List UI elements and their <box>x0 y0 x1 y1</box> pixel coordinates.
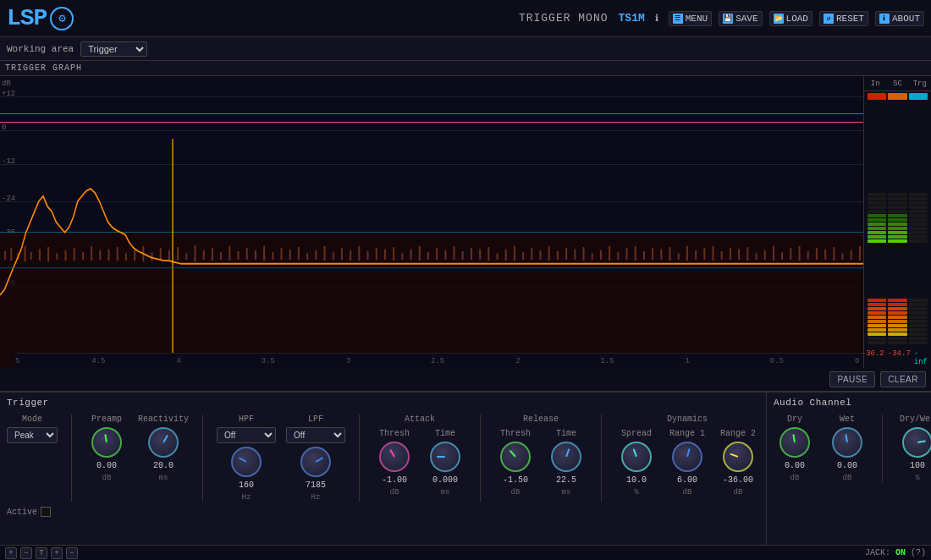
trg-led-11 <box>909 235 928 239</box>
sc-led-7 <box>888 218 906 222</box>
tall-led <box>909 303 928 306</box>
in-db-value: -36.2 <box>862 349 884 366</box>
svg-rect-53 <box>444 250 446 260</box>
waveform-svg <box>0 76 863 368</box>
hpf-group: HPF Off 12 dB/oct 24 dB/oct 160 Hz <box>217 415 276 502</box>
range2-value: -36.00 <box>723 475 753 485</box>
in-led-2 <box>868 197 886 200</box>
range2-knob[interactable] <box>723 442 753 472</box>
svg-rect-16 <box>125 253 127 261</box>
tall-led <box>888 337 906 340</box>
remove-button[interactable]: − <box>20 547 32 559</box>
in-led-8 <box>868 222 886 226</box>
graph-canvas[interactable]: dB +12 0 -12 -24 -36 -60 <box>0 76 863 368</box>
audio-panel: Audio Channel Dry 0.00 dB Wet <box>767 393 931 560</box>
hpf-knob[interactable] <box>231 447 262 477</box>
info-icon[interactable]: (?) <box>911 548 926 557</box>
reactivity-value: 20.0 <box>153 461 174 470</box>
active-checkbox[interactable] <box>41 507 51 517</box>
tall-meter-bars <box>864 246 931 348</box>
svg-rect-27 <box>220 252 222 260</box>
tall-led <box>909 299 928 302</box>
dry-indicator <box>792 434 796 442</box>
in-led-4 <box>868 206 886 209</box>
svg-rect-39 <box>324 246 326 261</box>
add-button[interactable]: + <box>5 547 17 559</box>
remove2-button[interactable]: − <box>66 547 78 559</box>
release-time-knob[interactable] <box>551 442 581 472</box>
audio-divider <box>882 415 883 482</box>
dry-knob[interactable] <box>780 427 810 458</box>
svg-rect-91 <box>773 246 774 261</box>
svg-rect-88 <box>746 247 748 261</box>
mode-select[interactable]: Peak RMS <box>7 427 58 443</box>
lpf-knob[interactable] <box>300 447 331 477</box>
tall-led <box>868 332 886 336</box>
svg-rect-63 <box>531 248 532 260</box>
status-right: JACK: ON (?) <box>865 548 926 557</box>
lpf-select[interactable]: Off 12 dB/oct 24 dB/oct <box>286 427 345 443</box>
drywet-unit: % <box>915 474 919 482</box>
working-area-select[interactable]: Trigger Sidechain Output <box>80 41 147 57</box>
svg-rect-0 <box>0 233 863 368</box>
sc-led-11 <box>888 235 906 239</box>
add2-button[interactable]: + <box>51 547 63 559</box>
wet-group: Wet 0.00 dB <box>826 415 868 482</box>
trg-led-3 <box>909 201 928 205</box>
in-led-1 <box>868 193 886 196</box>
release-group: Release Thresh -1.50 dB <box>494 415 587 497</box>
meter-in-label: In <box>864 76 886 91</box>
sc-tall-meter <box>888 246 906 344</box>
svg-rect-86 <box>730 248 731 260</box>
svg-rect-98 <box>833 247 835 261</box>
attack-time-knob[interactable] <box>430 442 460 472</box>
plugin-code: TS1M <box>619 12 645 25</box>
svg-rect-85 <box>721 251 723 260</box>
svg-rect-19 <box>151 252 153 261</box>
release-time-indicator <box>565 448 570 457</box>
jack-label: JACK: <box>865 548 890 557</box>
in-led-5 <box>868 210 886 213</box>
svg-rect-15 <box>117 247 118 261</box>
svg-rect-95 <box>807 251 809 260</box>
reactivity-knob[interactable] <box>148 427 179 458</box>
about-button[interactable]: ℹ ABOUT <box>875 11 924 26</box>
load-button[interactable]: 📂 LOAD <box>769 11 813 26</box>
range1-unit: dB <box>683 488 692 497</box>
attack-thresh-knob[interactable] <box>379 442 410 472</box>
dry-label: Dry <box>787 415 802 424</box>
svg-rect-48 <box>401 253 403 259</box>
time-3-5: 3.5 <box>262 357 275 365</box>
menu-buttons: ☰ MENU 💾 SAVE 📂 LOAD ↺ RESET ℹ ABOUT <box>669 11 924 26</box>
settings-button[interactable]: T <box>36 547 47 559</box>
in-led-9 <box>868 227 886 230</box>
spread-knob[interactable] <box>621 442 652 472</box>
sc-led-3 <box>888 201 906 205</box>
tall-led <box>888 341 906 344</box>
time-5: 5 <box>15 357 19 365</box>
menu-button[interactable]: ☰ MENU <box>669 11 712 26</box>
release-thresh-knob[interactable] <box>500 442 531 472</box>
in-led-12 <box>868 239 886 243</box>
hpf-select[interactable]: Off 12 dB/oct 24 dB/oct <box>217 427 276 443</box>
sc-led-2 <box>888 197 906 200</box>
release-thresh-group: Thresh -1.50 dB <box>494 429 537 497</box>
save-button[interactable]: 💾 SAVE <box>719 11 762 26</box>
drywet-knob[interactable] <box>902 427 931 458</box>
svg-rect-34 <box>281 248 283 260</box>
svg-rect-28 <box>229 246 230 261</box>
svg-rect-35 <box>289 250 291 260</box>
svg-rect-9 <box>65 250 67 261</box>
range1-knob[interactable] <box>672 442 702 472</box>
wet-knob[interactable] <box>832 427 862 458</box>
svg-rect-57 <box>479 250 481 260</box>
tall-led <box>909 337 928 340</box>
tall-led <box>909 311 928 315</box>
reset-button[interactable]: ↺ RESET <box>819 11 868 26</box>
pause-button[interactable]: PAUSE <box>829 371 875 387</box>
preamp-knob[interactable] <box>91 427 122 458</box>
attack-label: Attack <box>405 415 435 424</box>
sc-led-8 <box>888 222 906 226</box>
clear-button[interactable]: CLEAR <box>880 371 926 387</box>
in-indicator <box>868 93 886 100</box>
